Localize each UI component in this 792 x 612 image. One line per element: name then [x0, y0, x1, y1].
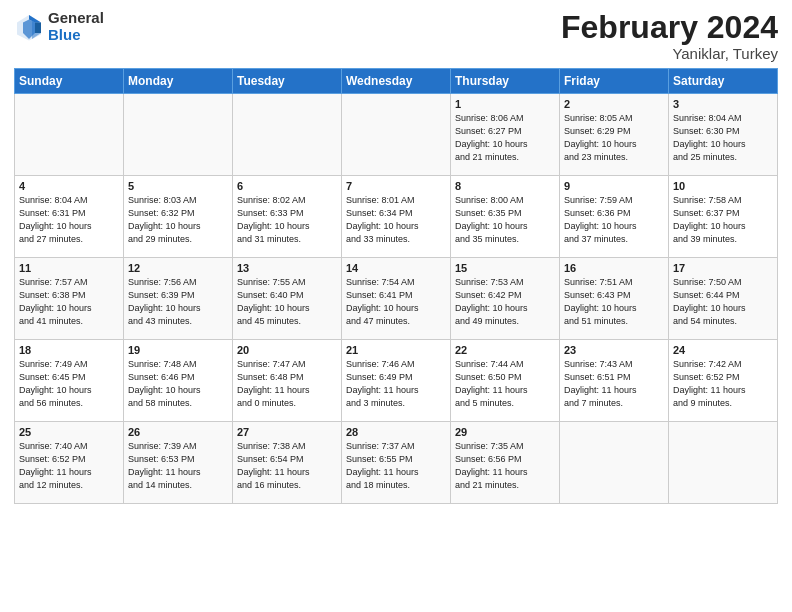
cell-info: Sunrise: 8:05 AMSunset: 6:29 PMDaylight:… [564, 112, 664, 164]
calendar-cell [124, 94, 233, 176]
day-number: 27 [237, 426, 337, 438]
calendar-cell: 5Sunrise: 8:03 AMSunset: 6:32 PMDaylight… [124, 176, 233, 258]
cell-info: Sunrise: 7:58 AMSunset: 6:37 PMDaylight:… [673, 194, 773, 246]
cell-info: Sunrise: 7:53 AMSunset: 6:42 PMDaylight:… [455, 276, 555, 328]
day-number: 6 [237, 180, 337, 192]
day-number: 20 [237, 344, 337, 356]
cell-info: Sunrise: 7:59 AMSunset: 6:36 PMDaylight:… [564, 194, 664, 246]
cell-info: Sunrise: 8:06 AMSunset: 6:27 PMDaylight:… [455, 112, 555, 164]
calendar-cell: 16Sunrise: 7:51 AMSunset: 6:43 PMDayligh… [560, 258, 669, 340]
cell-info: Sunrise: 8:04 AMSunset: 6:31 PMDaylight:… [19, 194, 119, 246]
calendar-cell [233, 94, 342, 176]
cell-info: Sunrise: 8:04 AMSunset: 6:30 PMDaylight:… [673, 112, 773, 164]
cell-info: Sunrise: 7:38 AMSunset: 6:54 PMDaylight:… [237, 440, 337, 492]
calendar-cell: 27Sunrise: 7:38 AMSunset: 6:54 PMDayligh… [233, 422, 342, 504]
page: General Blue February 2024 Yaniklar, Tur… [0, 0, 792, 512]
day-number: 3 [673, 98, 773, 110]
logo-icon [14, 12, 44, 42]
week-row-5: 25Sunrise: 7:40 AMSunset: 6:52 PMDayligh… [15, 422, 778, 504]
cell-info: Sunrise: 8:02 AMSunset: 6:33 PMDaylight:… [237, 194, 337, 246]
cell-info: Sunrise: 7:35 AMSunset: 6:56 PMDaylight:… [455, 440, 555, 492]
calendar-cell: 4Sunrise: 8:04 AMSunset: 6:31 PMDaylight… [15, 176, 124, 258]
day-header-saturday: Saturday [669, 69, 778, 94]
calendar-cell: 8Sunrise: 8:00 AMSunset: 6:35 PMDaylight… [451, 176, 560, 258]
cell-info: Sunrise: 7:49 AMSunset: 6:45 PMDaylight:… [19, 358, 119, 410]
cell-info: Sunrise: 7:48 AMSunset: 6:46 PMDaylight:… [128, 358, 228, 410]
day-number: 11 [19, 262, 119, 274]
day-header-monday: Monday [124, 69, 233, 94]
day-number: 26 [128, 426, 228, 438]
day-number: 9 [564, 180, 664, 192]
logo-blue-text: Blue [48, 27, 104, 44]
day-number: 28 [346, 426, 446, 438]
calendar-cell: 25Sunrise: 7:40 AMSunset: 6:52 PMDayligh… [15, 422, 124, 504]
cell-info: Sunrise: 7:54 AMSunset: 6:41 PMDaylight:… [346, 276, 446, 328]
cell-info: Sunrise: 8:00 AMSunset: 6:35 PMDaylight:… [455, 194, 555, 246]
calendar-cell: 2Sunrise: 8:05 AMSunset: 6:29 PMDaylight… [560, 94, 669, 176]
day-number: 17 [673, 262, 773, 274]
day-number: 22 [455, 344, 555, 356]
day-number: 4 [19, 180, 119, 192]
cell-info: Sunrise: 8:03 AMSunset: 6:32 PMDaylight:… [128, 194, 228, 246]
month-title: February 2024 [561, 10, 778, 45]
calendar-cell [15, 94, 124, 176]
calendar-cell: 14Sunrise: 7:54 AMSunset: 6:41 PMDayligh… [342, 258, 451, 340]
cell-info: Sunrise: 7:42 AMSunset: 6:52 PMDaylight:… [673, 358, 773, 410]
calendar-cell: 20Sunrise: 7:47 AMSunset: 6:48 PMDayligh… [233, 340, 342, 422]
day-number: 18 [19, 344, 119, 356]
header-row: SundayMondayTuesdayWednesdayThursdayFrid… [15, 69, 778, 94]
title-block: February 2024 Yaniklar, Turkey [561, 10, 778, 62]
day-header-wednesday: Wednesday [342, 69, 451, 94]
day-header-thursday: Thursday [451, 69, 560, 94]
day-number: 15 [455, 262, 555, 274]
day-number: 8 [455, 180, 555, 192]
day-number: 19 [128, 344, 228, 356]
cell-info: Sunrise: 7:57 AMSunset: 6:38 PMDaylight:… [19, 276, 119, 328]
calendar-cell: 26Sunrise: 7:39 AMSunset: 6:53 PMDayligh… [124, 422, 233, 504]
calendar-cell: 9Sunrise: 7:59 AMSunset: 6:36 PMDaylight… [560, 176, 669, 258]
logo-text: General Blue [48, 10, 104, 43]
day-number: 14 [346, 262, 446, 274]
calendar-cell: 6Sunrise: 8:02 AMSunset: 6:33 PMDaylight… [233, 176, 342, 258]
day-number: 10 [673, 180, 773, 192]
cell-info: Sunrise: 7:50 AMSunset: 6:44 PMDaylight:… [673, 276, 773, 328]
day-number: 13 [237, 262, 337, 274]
cell-info: Sunrise: 7:37 AMSunset: 6:55 PMDaylight:… [346, 440, 446, 492]
day-number: 7 [346, 180, 446, 192]
day-number: 23 [564, 344, 664, 356]
cell-info: Sunrise: 7:51 AMSunset: 6:43 PMDaylight:… [564, 276, 664, 328]
week-row-4: 18Sunrise: 7:49 AMSunset: 6:45 PMDayligh… [15, 340, 778, 422]
cell-info: Sunrise: 7:40 AMSunset: 6:52 PMDaylight:… [19, 440, 119, 492]
calendar-cell: 18Sunrise: 7:49 AMSunset: 6:45 PMDayligh… [15, 340, 124, 422]
cell-info: Sunrise: 7:55 AMSunset: 6:40 PMDaylight:… [237, 276, 337, 328]
calendar-cell: 13Sunrise: 7:55 AMSunset: 6:40 PMDayligh… [233, 258, 342, 340]
calendar-cell: 3Sunrise: 8:04 AMSunset: 6:30 PMDaylight… [669, 94, 778, 176]
day-number: 5 [128, 180, 228, 192]
calendar-cell: 15Sunrise: 7:53 AMSunset: 6:42 PMDayligh… [451, 258, 560, 340]
day-header-sunday: Sunday [15, 69, 124, 94]
day-number: 24 [673, 344, 773, 356]
calendar-table: SundayMondayTuesdayWednesdayThursdayFrid… [14, 68, 778, 504]
calendar-cell: 29Sunrise: 7:35 AMSunset: 6:56 PMDayligh… [451, 422, 560, 504]
logo: General Blue [14, 10, 104, 43]
week-row-1: 1Sunrise: 8:06 AMSunset: 6:27 PMDaylight… [15, 94, 778, 176]
calendar-cell: 7Sunrise: 8:01 AMSunset: 6:34 PMDaylight… [342, 176, 451, 258]
day-number: 29 [455, 426, 555, 438]
cell-info: Sunrise: 7:39 AMSunset: 6:53 PMDaylight:… [128, 440, 228, 492]
cell-info: Sunrise: 8:01 AMSunset: 6:34 PMDaylight:… [346, 194, 446, 246]
calendar-cell: 17Sunrise: 7:50 AMSunset: 6:44 PMDayligh… [669, 258, 778, 340]
day-header-tuesday: Tuesday [233, 69, 342, 94]
calendar-cell: 22Sunrise: 7:44 AMSunset: 6:50 PMDayligh… [451, 340, 560, 422]
calendar-cell: 12Sunrise: 7:56 AMSunset: 6:39 PMDayligh… [124, 258, 233, 340]
cell-info: Sunrise: 7:44 AMSunset: 6:50 PMDaylight:… [455, 358, 555, 410]
calendar-cell: 21Sunrise: 7:46 AMSunset: 6:49 PMDayligh… [342, 340, 451, 422]
day-number: 25 [19, 426, 119, 438]
location-subtitle: Yaniklar, Turkey [561, 45, 778, 62]
calendar-cell: 11Sunrise: 7:57 AMSunset: 6:38 PMDayligh… [15, 258, 124, 340]
cell-info: Sunrise: 7:47 AMSunset: 6:48 PMDaylight:… [237, 358, 337, 410]
logo-general-text: General [48, 10, 104, 27]
day-header-friday: Friday [560, 69, 669, 94]
week-row-2: 4Sunrise: 8:04 AMSunset: 6:31 PMDaylight… [15, 176, 778, 258]
week-row-3: 11Sunrise: 7:57 AMSunset: 6:38 PMDayligh… [15, 258, 778, 340]
cell-info: Sunrise: 7:56 AMSunset: 6:39 PMDaylight:… [128, 276, 228, 328]
